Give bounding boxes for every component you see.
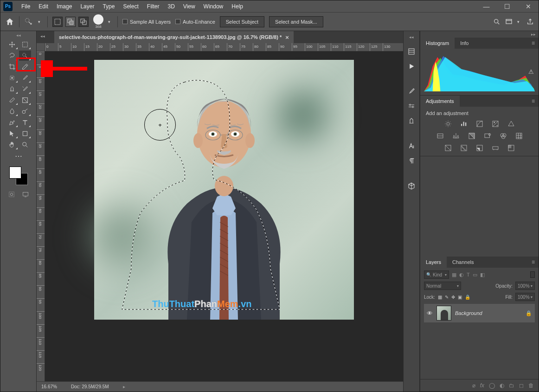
visibility-icon[interactable]: 👁 — [427, 310, 433, 317]
tab-info[interactable]: Info — [455, 38, 474, 49]
layer-kind-filter[interactable]: 🔍Kind▾ — [424, 270, 449, 279]
subtract-selection-button[interactable] — [78, 17, 89, 27]
menu-3d[interactable]: 3D — [163, 0, 179, 12]
layer-name[interactable]: Background — [455, 310, 482, 316]
eraser-tool[interactable] — [6, 95, 18, 105]
panel-menu-icon[interactable]: ≡ — [528, 40, 539, 46]
lock-paint-icon[interactable]: ✎ — [445, 295, 449, 300]
threshold-icon[interactable] — [475, 144, 484, 152]
3d-panel-icon[interactable] — [405, 180, 418, 193]
levels-icon[interactable] — [459, 120, 468, 128]
new-selection-button[interactable] — [52, 17, 63, 27]
histogram-warning-icon[interactable]: ⚠ — [528, 68, 534, 75]
new-adjustment-icon[interactable]: ◐ — [500, 382, 504, 389]
type-tool[interactable] — [19, 117, 31, 128]
status-chevron-icon[interactable]: ▸ — [123, 384, 125, 389]
document-tab[interactable]: selective-focus-photograph-of-man-wearin… — [54, 31, 294, 43]
lock-transparent-icon[interactable]: ▦ — [438, 295, 442, 300]
close-button[interactable]: ✕ — [518, 1, 539, 12]
filter-adjust-icon[interactable]: ◐ — [459, 272, 464, 278]
sample-all-layers-checkbox[interactable]: Sample All Layers — [122, 19, 171, 25]
posterize-icon[interactable] — [459, 144, 468, 152]
invert-icon[interactable] — [443, 144, 453, 152]
brush-preview[interactable]: 368 — [93, 14, 103, 29]
hue-icon[interactable] — [436, 132, 445, 140]
shape-tool[interactable] — [19, 129, 31, 139]
actions-panel-icon[interactable] — [405, 60, 418, 73]
blur-tool[interactable] — [6, 106, 18, 116]
color-swatches[interactable] — [9, 167, 28, 185]
tool-dropdown-icon[interactable]: ▾ — [38, 17, 43, 26]
auto-enhance-checkbox[interactable]: Auto-Enhance — [175, 19, 215, 25]
layer-effects-icon[interactable]: fx — [480, 382, 484, 389]
filter-pixel-icon[interactable]: ▦ — [452, 272, 456, 278]
menu-help[interactable]: Help — [227, 0, 247, 12]
brush-settings-icon[interactable] — [405, 100, 418, 113]
minimize-button[interactable]: ― — [476, 1, 497, 12]
selective-color-icon[interactable] — [507, 144, 516, 152]
pen-tool[interactable] — [6, 117, 18, 128]
tab-histogram[interactable]: Histogram — [420, 38, 455, 49]
screen-mode-button[interactable] — [21, 190, 30, 199]
workspace-dropdown-icon[interactable]: ▾ — [517, 17, 522, 26]
select-subject-button[interactable]: Select Subject — [220, 16, 264, 27]
filter-toggle[interactable] — [530, 271, 535, 278]
channel-mixer-icon[interactable] — [499, 132, 508, 140]
brush-dropdown-icon[interactable]: ▾ — [108, 17, 113, 26]
rail-collapse-icon[interactable]: ◂◂ — [409, 35, 414, 39]
menu-layer[interactable]: Layer — [76, 0, 98, 12]
opacity-input[interactable]: 100%▾ — [515, 282, 535, 290]
add-selection-button[interactable] — [65, 17, 76, 27]
filter-shape-icon[interactable]: ▭ — [473, 272, 477, 278]
close-tab-icon[interactable]: × — [285, 34, 289, 41]
menu-file[interactable]: File — [17, 0, 34, 12]
healing-brush-tool[interactable] — [6, 73, 18, 83]
filter-smart-icon[interactable]: ◧ — [480, 272, 485, 278]
gradient-tool[interactable] — [19, 95, 31, 105]
hand-tool[interactable] — [6, 140, 18, 150]
character-panel-icon[interactable] — [405, 140, 418, 153]
layer-thumbnail[interactable] — [436, 306, 451, 321]
zoom-tool[interactable] — [19, 140, 31, 150]
curves-icon[interactable] — [475, 120, 484, 128]
document-canvas[interactable]: + ThuThuatPhanMem.vn — [94, 60, 354, 320]
share-icon[interactable] — [526, 18, 534, 26]
quick-mask-button[interactable] — [7, 190, 16, 199]
dodge-tool[interactable] — [19, 106, 31, 116]
filter-type-icon[interactable]: T — [467, 272, 470, 277]
layer-lock-icon[interactable]: 🔒 — [526, 310, 532, 316]
canvas-area[interactable]: + ThuThuatPhanMem.vn — [45, 51, 403, 381]
menu-window[interactable]: Window — [199, 0, 228, 12]
brush-panel-icon[interactable] — [405, 85, 418, 98]
color-balance-icon[interactable] — [451, 132, 461, 140]
select-and-mask-button[interactable]: Select and Mask... — [269, 16, 323, 27]
menu-select[interactable]: Select — [119, 0, 142, 12]
gradient-map-icon[interactable] — [491, 144, 500, 152]
new-group-icon[interactable]: 🗀 — [509, 382, 514, 389]
link-layers-icon[interactable]: ⌀ — [472, 382, 475, 389]
panel-menu-icon[interactable]: ≡ — [528, 259, 539, 265]
panel-collapse-icon[interactable]: ▸▸ — [420, 31, 539, 38]
delete-layer-icon[interactable]: 🗑 — [528, 382, 534, 389]
menu-filter[interactable]: Filter — [143, 0, 164, 12]
workspace-icon[interactable] — [505, 18, 513, 26]
vibrance-icon[interactable] — [507, 120, 516, 128]
maximize-button[interactable]: ☐ — [497, 1, 518, 12]
horizontal-ruler[interactable]: 0510152025303540455055606570758085909510… — [45, 43, 403, 51]
menu-type[interactable]: Type — [98, 0, 119, 12]
clone-stamp-tool[interactable] — [6, 84, 18, 94]
paragraph-panel-icon[interactable] — [405, 154, 418, 167]
foreground-color-swatch[interactable] — [9, 167, 21, 179]
edit-toolbar-button[interactable]: ⋯ — [6, 151, 31, 161]
fill-input[interactable]: 100%▾ — [515, 293, 535, 301]
history-brush-tool[interactable] — [19, 84, 31, 94]
menu-view[interactable]: View — [179, 0, 199, 12]
lock-all-icon[interactable]: 🔒 — [465, 295, 470, 300]
tab-channels[interactable]: Channels — [447, 257, 479, 268]
bw-icon[interactable] — [467, 132, 476, 140]
tab-adjustments[interactable]: Adjustments — [420, 96, 460, 107]
menu-image[interactable]: Image — [52, 0, 76, 12]
brush-tool[interactable] — [19, 73, 31, 83]
lock-position-icon[interactable]: ✥ — [451, 295, 455, 300]
tab-layers[interactable]: Layers — [420, 257, 447, 268]
